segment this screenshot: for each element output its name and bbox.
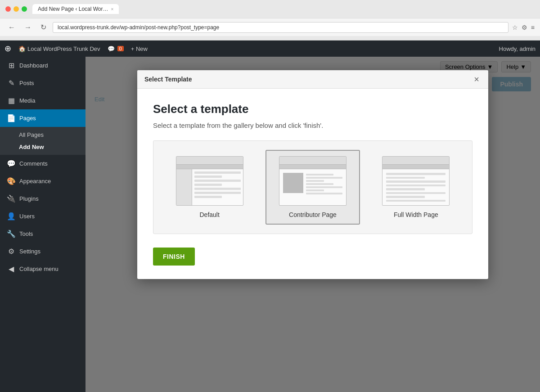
- comments-sidebar-icon: 💬: [7, 159, 16, 168]
- pages-submenu: All Pages Add New: [0, 127, 86, 155]
- text-line: [306, 177, 342, 179]
- template-contributor-label: Contributor Page: [289, 211, 337, 218]
- comment-count: 0: [117, 46, 124, 51]
- sidebar-label-users: Users: [19, 213, 35, 220]
- browser-title-bar: Add New Page ‹ Local Wor… ×: [0, 0, 540, 18]
- modal-header: Select Template ×: [137, 70, 488, 89]
- sidebar-item-appearance[interactable]: 🎨 Appearance: [0, 172, 86, 190]
- text-line: [306, 186, 342, 188]
- media-icon: ▦: [7, 96, 16, 105]
- full-line: [386, 200, 446, 202]
- users-icon: 👤: [7, 212, 16, 221]
- text-line: [306, 183, 333, 185]
- template-default-label: Default: [199, 211, 219, 218]
- appearance-icon: 🎨: [7, 177, 16, 185]
- comments-icon: 💬: [108, 45, 115, 52]
- sidebar-collapse-label: Collapse menu: [19, 266, 58, 272]
- template-gallery: Default: [153, 140, 472, 234]
- sidebar-item-posts[interactable]: ✎ Posts: [0, 74, 86, 92]
- sidebar-item-tools[interactable]: 🔧 Tools: [0, 225, 86, 243]
- sidebar-collapse[interactable]: ◀ Collapse menu: [0, 260, 86, 278]
- default-thumbnail: [176, 156, 243, 206]
- text-line: [306, 189, 324, 191]
- modal-title: Select Template: [144, 76, 192, 83]
- fullwidth-body: [382, 169, 449, 205]
- sidebar-item-media[interactable]: ▦ Media: [0, 92, 86, 109]
- contributor-img: [283, 173, 303, 193]
- settings-sidebar-icon: ⚙: [7, 247, 16, 256]
- full-line: [386, 180, 446, 183]
- wp-logo[interactable]: ⊕: [4, 44, 11, 54]
- collapse-icon: ◀: [7, 265, 16, 273]
- dashboard-icon: ⊞: [7, 61, 16, 70]
- settings-icon[interactable]: ⚙: [522, 24, 527, 31]
- content-line: [194, 184, 222, 186]
- full-line: [386, 188, 425, 190]
- sidebar-sub-all-pages[interactable]: All Pages: [0, 129, 86, 141]
- back-button[interactable]: ←: [5, 23, 18, 32]
- minimize-dot[interactable]: [14, 6, 19, 12]
- browser-tab[interactable]: Add New Page ‹ Local Wor… ×: [32, 4, 119, 14]
- refresh-button[interactable]: ↻: [38, 22, 49, 32]
- default-header: [176, 157, 243, 165]
- content-area: Screen Options ▼ Help ▼ Publish Edit Sel…: [86, 57, 540, 392]
- sidebar-label-comments: Comments: [19, 160, 48, 167]
- menu-icon[interactable]: ≡: [531, 24, 535, 31]
- plugins-icon: 🔌: [7, 194, 16, 203]
- default-content-area: [192, 169, 243, 205]
- content-line: [194, 192, 241, 194]
- sidebar-label-plugins: Plugins: [19, 195, 39, 202]
- default-nav: [176, 165, 243, 169]
- content-line: [194, 188, 241, 190]
- forward-button[interactable]: →: [22, 23, 34, 32]
- browser-nav-bar: ← → ↻ ☆ ⚙ ≡: [0, 18, 540, 36]
- comments-item[interactable]: 💬 0: [108, 45, 124, 52]
- fullwidth-nav: [382, 165, 449, 169]
- content-line: [194, 176, 222, 178]
- contributor-nav: [279, 165, 346, 169]
- modal-overlay: Select Template × Select a template Sele…: [86, 57, 540, 392]
- contributor-body: [279, 169, 346, 205]
- template-fullwidth[interactable]: Full Width Page: [369, 150, 463, 225]
- posts-icon: ✎: [7, 79, 16, 87]
- contributor-header: [279, 157, 346, 165]
- address-bar[interactable]: [53, 22, 508, 33]
- sidebar-label-posts: Posts: [19, 80, 34, 86]
- star-icon[interactable]: ☆: [512, 24, 518, 31]
- maximize-dot[interactable]: [22, 6, 27, 12]
- new-item[interactable]: + New: [131, 45, 148, 52]
- full-line: [386, 196, 425, 198]
- howdy: Howdy, admin: [499, 45, 536, 52]
- text-line: [306, 174, 333, 176]
- sidebar-item-comments[interactable]: 💬 Comments: [0, 155, 86, 172]
- sidebar-item-users[interactable]: 👤 Users: [0, 207, 86, 225]
- site-name-item[interactable]: 🏠 Local WordPress Trunk Dev: [18, 45, 100, 52]
- full-line: [386, 192, 446, 194]
- sidebar: ⊞ Dashboard ✎ Posts ▦ Media 📄 Pages ◀ Al…: [0, 57, 86, 392]
- sidebar-item-pages[interactable]: 📄 Pages ◀: [0, 109, 86, 127]
- template-contributor[interactable]: Contributor Page: [266, 150, 360, 225]
- pages-arrow: ◀: [74, 115, 79, 122]
- fullwidth-thumbnail: [382, 156, 450, 206]
- contributor-text: [306, 173, 342, 202]
- fullwidth-header: [382, 157, 449, 165]
- modal-close-button[interactable]: ×: [472, 75, 481, 84]
- sidebar-label-tools: Tools: [19, 230, 33, 237]
- sidebar-label-media: Media: [19, 97, 35, 104]
- tab-title: Add New Page ‹ Local Wor…: [38, 6, 108, 12]
- sidebar-sub-add-new[interactable]: Add New: [0, 141, 86, 153]
- sidebar-item-dashboard[interactable]: ⊞ Dashboard: [0, 57, 86, 74]
- template-fullwidth-label: Full Width Page: [394, 211, 438, 218]
- site-icon: 🏠: [18, 45, 26, 52]
- tab-close-icon[interactable]: ×: [111, 7, 114, 12]
- full-line: [386, 177, 425, 179]
- sidebar-item-plugins[interactable]: 🔌 Plugins: [0, 190, 86, 207]
- pages-icon: 📄: [7, 114, 16, 122]
- finish-button[interactable]: FINISH: [153, 248, 195, 266]
- site-name: Local WordPress Trunk Dev: [27, 45, 100, 52]
- close-dot[interactable]: [5, 6, 11, 12]
- full-line: [386, 185, 446, 187]
- browser-chrome: Add New Page ‹ Local Wor… × ← → ↻ ☆ ⚙ ≡: [0, 0, 540, 41]
- template-default[interactable]: Default: [162, 150, 256, 225]
- sidebar-item-settings[interactable]: ⚙ Settings: [0, 243, 86, 260]
